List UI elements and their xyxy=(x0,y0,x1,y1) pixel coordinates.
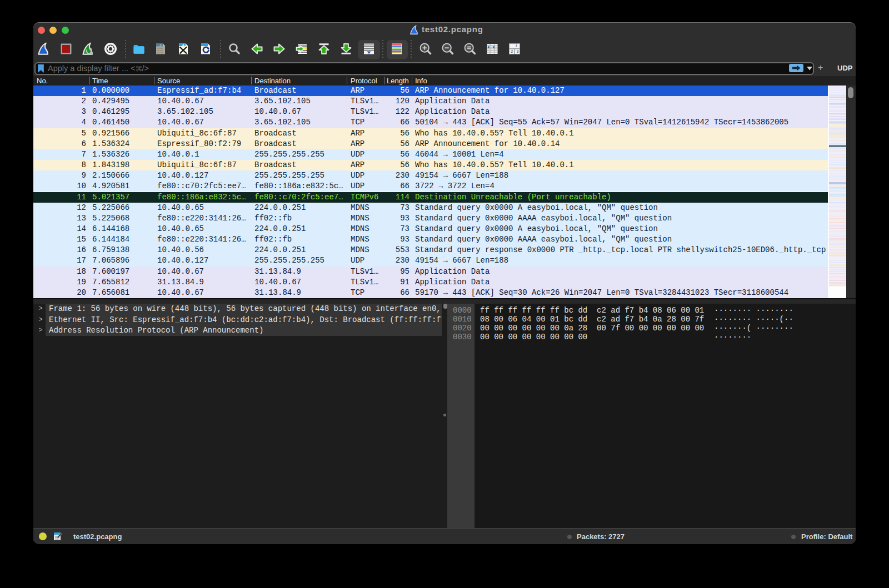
svg-text:3: 3 xyxy=(517,49,519,53)
svg-text:1: 1 xyxy=(516,44,518,48)
svg-text:01110: 01110 xyxy=(157,52,163,54)
svg-text:2: 2 xyxy=(511,49,513,53)
